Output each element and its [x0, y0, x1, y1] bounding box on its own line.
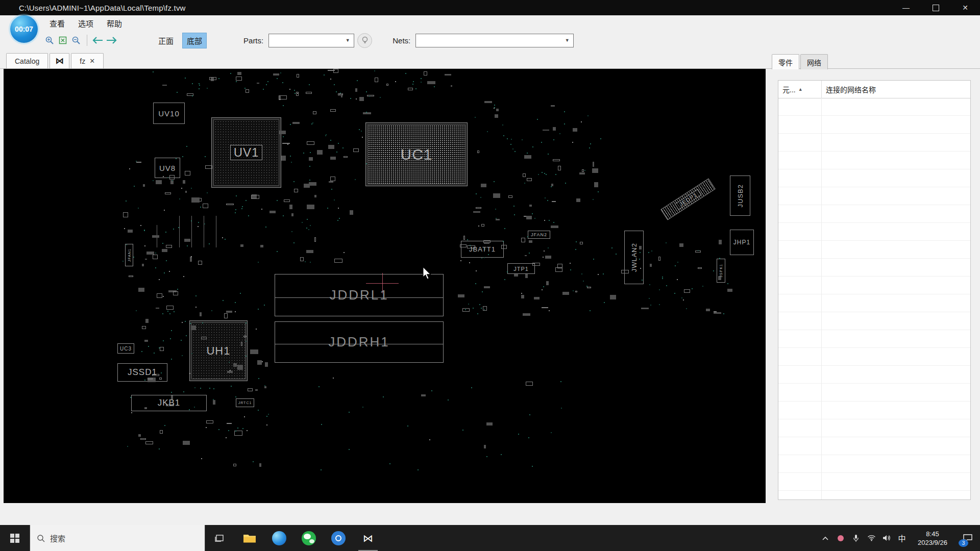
tab-app-icon[interactable]: ⋈ [50, 53, 69, 68]
bottom-side-button[interactable]: 底部 [182, 33, 207, 48]
front-side-button[interactable]: 正面 [154, 33, 178, 48]
table-row[interactable] [778, 98, 970, 116]
nets-select[interactable]: ▼ [415, 34, 574, 47]
volume-tray-button[interactable] [879, 525, 894, 551]
zoom-in-icon[interactable] [43, 34, 56, 47]
board-component-jedp1[interactable]: JEDP1 [660, 179, 716, 220]
table-row[interactable] [778, 473, 970, 491]
table-row[interactable] [778, 152, 970, 169]
board-part [330, 157, 336, 160]
table-row[interactable] [778, 241, 970, 259]
tab-fz[interactable]: fz ✕ [71, 53, 104, 68]
tray-expand-button[interactable] [818, 525, 833, 551]
taskbar-search[interactable]: 搜索 [30, 525, 205, 551]
board-via-dot [235, 311, 236, 312]
board-component-jwlan2[interactable]: JWLAN2 [624, 231, 644, 284]
taskbar-clock[interactable]: 8:45 2023/9/26 [910, 530, 955, 547]
board-component-jbatt1[interactable]: JBATT1 [461, 241, 504, 258]
tab-parts-panel[interactable]: 零件 [772, 54, 799, 69]
board-part [184, 239, 191, 242]
edge-button[interactable] [264, 525, 294, 551]
board-component-uv1[interactable]: UV1 [211, 117, 281, 188]
microphone-tray-button[interactable] [848, 525, 864, 551]
table-row[interactable] [778, 187, 970, 205]
zoom-out-icon[interactable] [69, 34, 83, 47]
board-component-jhp1[interactable]: JHP1 [730, 230, 754, 255]
board-component-uv8[interactable]: UV8 [155, 158, 180, 178]
table-row[interactable] [778, 277, 970, 294]
table-row[interactable] [778, 294, 970, 312]
column-component[interactable]: 元... ▲ [778, 81, 822, 98]
board-via-dot [189, 409, 190, 410]
maximize-button[interactable] [921, 0, 950, 15]
task-view-button[interactable] [205, 525, 235, 551]
board-component-jfan1[interactable]: JFAN1 [125, 244, 133, 266]
board-via-dot [650, 305, 651, 306]
board-part [270, 211, 276, 214]
forward-icon[interactable] [105, 34, 118, 47]
tray-app-button[interactable] [833, 525, 848, 551]
component-label: JTP1 [513, 266, 529, 272]
table-row[interactable] [778, 384, 970, 402]
table-row[interactable] [778, 134, 970, 152]
board-component-jddrh1[interactable]: JDDRH1 [275, 321, 444, 363]
board-component-jfan2[interactable]: JFAN2 [528, 231, 550, 239]
board-component-uv10[interactable]: UV10 [153, 103, 185, 124]
board-component-jddrl1[interactable]: JDDRL1 [275, 274, 444, 316]
board-component-uh1[interactable]: UH1 [189, 320, 248, 381]
tab-nets-panel[interactable]: 网络 [800, 54, 828, 69]
board-part [213, 400, 216, 405]
board-via-dot [206, 427, 207, 428]
board-canvas[interactable]: UV10UV1UV8UC1JBATT1JFAN2JTP1JWLAN2JUSB2J… [4, 69, 766, 503]
board-via-dot [572, 142, 573, 143]
parts-select[interactable]: ▼ [268, 34, 354, 47]
table-row[interactable] [778, 169, 970, 187]
column-nets[interactable]: 连接的网络名称 [822, 84, 876, 94]
table-row[interactable] [778, 330, 970, 348]
board-part [594, 182, 598, 187]
menu-options[interactable]: 选项 [71, 18, 100, 29]
table-row[interactable] [778, 116, 970, 134]
board-via-dot [512, 148, 513, 149]
board-part [553, 159, 560, 161]
table-row[interactable] [778, 259, 970, 277]
back-icon[interactable] [91, 34, 105, 47]
boardviewer-app-button[interactable]: ⋈ [353, 525, 383, 551]
table-row[interactable] [778, 491, 970, 499]
action-center-button[interactable]: 3 [955, 525, 980, 551]
board-component-jusb2[interactable]: JUSB2 [730, 176, 750, 216]
table-row[interactable] [778, 205, 970, 223]
wechat-button[interactable] [294, 525, 324, 551]
input-language-indicator[interactable]: 中 [894, 525, 910, 551]
board-part [153, 255, 158, 259]
table-row[interactable] [778, 312, 970, 330]
recorder-button[interactable] [324, 525, 353, 551]
zoom-fit-icon[interactable] [56, 34, 69, 47]
file-explorer-button[interactable] [235, 525, 264, 551]
table-row[interactable] [778, 402, 970, 419]
board-component-jrtc1[interactable]: JRTC1 [236, 398, 254, 407]
menu-help[interactable]: 帮助 [100, 18, 129, 29]
table-row[interactable] [778, 437, 970, 455]
board-component-uc3[interactable]: UC3 [117, 343, 134, 354]
network-tray-button[interactable] [864, 525, 879, 551]
table-row[interactable] [778, 455, 970, 473]
board-via-dot [570, 269, 571, 270]
menu-view[interactable]: 查看 [43, 18, 71, 29]
start-button[interactable] [0, 525, 30, 551]
board-component-jkb1[interactable]: JKB1 [131, 395, 207, 411]
table-row[interactable] [778, 223, 970, 241]
table-row[interactable] [778, 366, 970, 384]
board-component-jtp1[interactable]: JTP1 [507, 263, 535, 274]
board-part [246, 89, 249, 93]
board-component-uc1[interactable]: UC1 [365, 122, 468, 186]
minimize-button[interactable]: — [891, 0, 921, 15]
tab-catalog[interactable]: Catalog [6, 53, 48, 68]
table-row[interactable] [778, 348, 970, 366]
board-via-dot [584, 170, 585, 171]
highlight-bulb-button[interactable] [357, 33, 372, 48]
table-row[interactable] [778, 419, 970, 437]
close-button[interactable]: ✕ [950, 0, 980, 15]
tab-close-icon[interactable]: ✕ [89, 57, 95, 65]
board-via-dot [350, 98, 351, 99]
